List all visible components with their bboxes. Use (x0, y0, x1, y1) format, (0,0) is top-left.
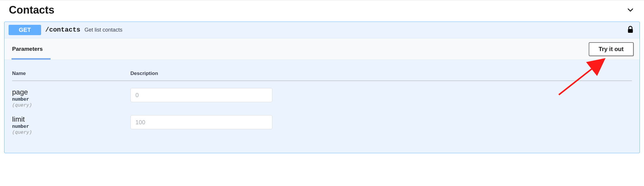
http-method-badge: GET (9, 25, 41, 35)
param-type: number (12, 97, 130, 102)
param-in: (query) (12, 130, 130, 135)
parameters-table: Name Description page number (query) lim… (4, 60, 640, 153)
operation-description: Get list contacts (85, 27, 122, 33)
section-title: Contacts (9, 4, 54, 16)
operation-summary[interactable]: GET /contacts Get list contacts (4, 22, 640, 38)
operation-block: GET /contacts Get list contacts Paramete… (4, 22, 640, 153)
param-name: page (12, 88, 130, 96)
table-header-row: Name Description (12, 71, 632, 81)
lock-icon[interactable] (627, 26, 634, 35)
header-description: Description (130, 71, 632, 76)
operation-path: /contacts (45, 26, 80, 34)
table-row: limit number (query) (12, 108, 632, 135)
param-type: number (12, 124, 130, 129)
page-input[interactable] (130, 88, 272, 102)
table-row: page number (query) (12, 81, 632, 108)
chevron-down-icon[interactable] (626, 5, 635, 15)
tab-underline (12, 58, 51, 60)
header-name: Name (12, 71, 130, 76)
param-name: limit (12, 115, 130, 123)
try-it-out-button[interactable]: Try it out (589, 42, 634, 56)
svg-rect-0 (628, 29, 633, 33)
param-in: (query) (12, 103, 130, 108)
section-header[interactable]: Contacts (0, 0, 644, 22)
tab-parameters[interactable]: Parameters (12, 38, 43, 60)
parameters-bar: Parameters Try it out (4, 38, 640, 60)
tab-parameters-label: Parameters (12, 46, 43, 52)
limit-input[interactable] (130, 115, 272, 129)
